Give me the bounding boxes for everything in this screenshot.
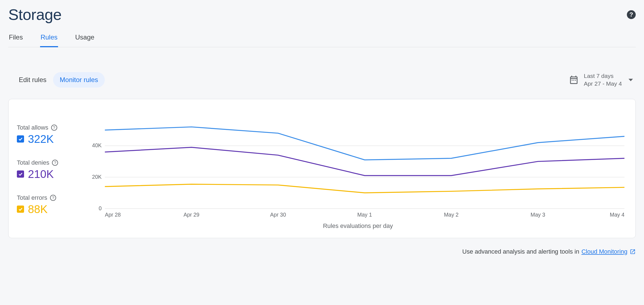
footer-note: Use advanced analysis and alerting tools… — [8, 248, 636, 255]
tab-files[interactable]: Files — [8, 33, 23, 47]
svg-text:May 2: May 2 — [444, 212, 459, 218]
tab-usage[interactable]: Usage — [75, 33, 95, 47]
seg-edit-rules[interactable]: Edit rules — [12, 72, 53, 88]
svg-text:May 4: May 4 — [610, 212, 624, 218]
metric-allows-value: 322K — [28, 133, 54, 145]
help-icon[interactable]: ? — [627, 10, 636, 19]
help-icon[interactable]: ? — [51, 125, 57, 131]
metric-errors-value: 88K — [28, 203, 48, 215]
segmented-control: Edit rules Monitor rules — [12, 72, 105, 88]
calendar-icon — [569, 75, 579, 85]
svg-text:May 3: May 3 — [530, 212, 545, 218]
svg-text:40K: 40K — [92, 142, 102, 148]
svg-text:Apr 28: Apr 28 — [105, 212, 121, 218]
cloud-monitoring-link[interactable]: Cloud Monitoring — [582, 248, 627, 255]
tabs: Files Rules Usage — [8, 33, 636, 47]
svg-text:Apr 30: Apr 30 — [270, 212, 286, 218]
chart: 020K40KApr 28Apr 29Apr 30May 1May 2May 3… — [89, 110, 627, 221]
metric-denies-value: 210K — [28, 168, 54, 180]
page-title: Storage — [8, 6, 62, 23]
chart-caption: Rules evaluations per day — [89, 222, 627, 230]
chevron-down-icon — [629, 79, 633, 81]
date-range-label: Last 7 days — [584, 72, 622, 80]
chart-card: Total allows ? 322K Total denies ? 210K — [8, 99, 636, 238]
help-icon[interactable]: ? — [52, 160, 58, 166]
tab-rules[interactable]: Rules — [40, 33, 58, 47]
checkbox-denies[interactable] — [17, 170, 24, 178]
date-range-picker[interactable]: Last 7 days Apr 27 - May 4 — [569, 72, 633, 88]
date-range-dates: Apr 27 - May 4 — [584, 80, 622, 88]
svg-text:Apr 29: Apr 29 — [184, 212, 199, 218]
metric-errors-label: Total errors — [17, 194, 47, 201]
metric-denies-label: Total denies — [17, 159, 49, 166]
help-icon[interactable]: ? — [50, 195, 56, 201]
svg-text:20K: 20K — [92, 174, 102, 180]
external-link-icon — [630, 249, 636, 255]
svg-text:May 1: May 1 — [357, 212, 372, 218]
svg-text:0: 0 — [99, 205, 102, 211]
footer-text: Use advanced analysis and alerting tools… — [462, 248, 579, 255]
metric-allows-label: Total allows — [17, 124, 48, 131]
checkbox-allows[interactable] — [17, 135, 24, 143]
seg-monitor-rules[interactable]: Monitor rules — [53, 72, 105, 88]
checkbox-errors[interactable] — [17, 206, 24, 213]
